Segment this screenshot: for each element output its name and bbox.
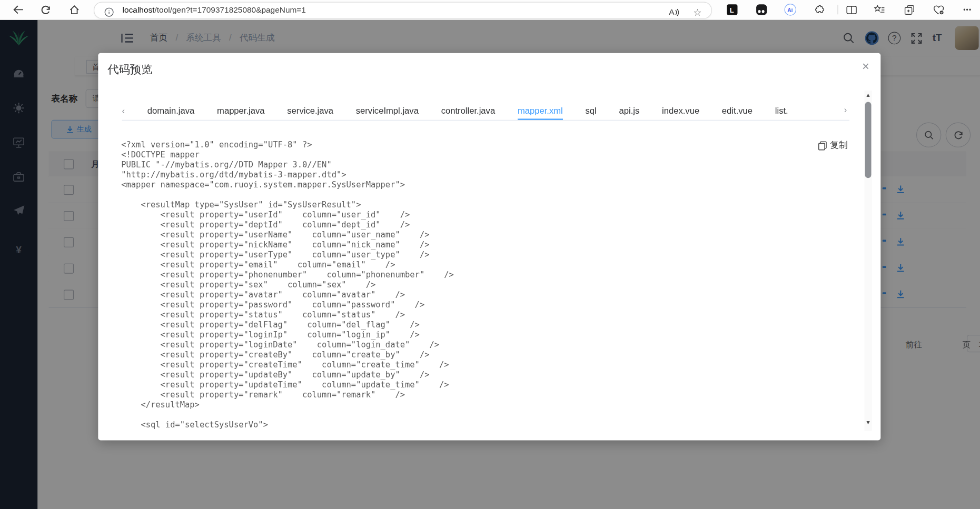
extension-l-icon[interactable]: L [726, 0, 738, 19]
read-aloud-icon[interactable]: A [666, 3, 681, 22]
dialog-title: 代码预览 [107, 62, 152, 76]
address-bar[interactable]: localhost/tool/gen?t=1709371825080&pageN… [94, 2, 712, 19]
tab-api.js[interactable]: api.js [619, 101, 639, 120]
tab-sql[interactable]: sql [585, 101, 596, 120]
url-path: /tool/gen?t=1709371825080&pageNum=1 [155, 5, 306, 14]
browser-home-icon[interactable] [67, 0, 81, 19]
tab-index.vue[interactable]: index.vue [662, 101, 699, 120]
screenshot-root: localhost/tool/gen?t=1709371825080&pageN… [0, 0, 980, 509]
tab-controller.java[interactable]: controller.java [441, 101, 496, 120]
toolbar-divider [837, 5, 838, 14]
url-text: localhost/tool/gen?t=1709371825080&pageN… [123, 5, 306, 14]
scroll-up-icon[interactable]: ▲ [864, 92, 872, 98]
tabs-prev-icon[interactable]: ‹ [122, 105, 125, 115]
scroll-down-icon[interactable]: ▼ [864, 419, 872, 425]
copy-button[interactable]: 复制 [818, 140, 848, 151]
favorites-list-icon[interactable] [873, 0, 886, 19]
tabs-next-icon[interactable]: › [844, 104, 847, 114]
browser-refresh-icon[interactable] [39, 0, 53, 19]
code-content: <?xml version="1.0" encoding="UTF-8" ?> … [121, 140, 454, 430]
app-root: 首页 / 系统工具 / 代码生成 ? tT ▾ [0, 19, 980, 509]
extension-ai-icon[interactable]: Ai [784, 0, 796, 19]
split-screen-icon[interactable] [845, 0, 858, 19]
tab-mapper.xml[interactable]: mapper.xml [518, 101, 563, 120]
browser-essentials-icon[interactable] [932, 0, 946, 19]
tab-mapper.java[interactable]: mapper.java [217, 101, 265, 120]
extensions-puzzle-icon[interactable] [813, 0, 826, 19]
tab-list.[interactable]: list. [775, 101, 788, 120]
extension-dark-icon[interactable] [755, 0, 768, 19]
site-info-icon[interactable] [103, 3, 114, 22]
file-tabs: ‹ domain.javamapper.javaservice.javaserv… [122, 101, 849, 121]
tab-edit.vue[interactable]: edit.vue [722, 101, 753, 120]
modal-scrollbar-thumb[interactable] [865, 102, 872, 178]
tab-service.java[interactable]: service.java [287, 101, 333, 120]
tab-serviceImpl.java[interactable]: serviceImpl.java [356, 101, 419, 120]
tab-domain.java[interactable]: domain.java [147, 101, 195, 120]
code-preview-dialog: 代码预览 × ‹ domain.javamapper.javaservice.j… [98, 53, 880, 441]
copy-icon [818, 141, 827, 151]
url-host: localhost [123, 5, 155, 14]
browser-menu-icon[interactable]: ••• [961, 0, 974, 19]
dialog-close-icon[interactable]: × [862, 59, 869, 74]
browser-back-icon[interactable] [11, 0, 25, 19]
collections-icon[interactable] [903, 0, 916, 19]
browser-toolbar: localhost/tool/gen?t=1709371825080&pageN… [0, 0, 980, 20]
favorite-star-icon[interactable]: ☆ [690, 3, 705, 22]
